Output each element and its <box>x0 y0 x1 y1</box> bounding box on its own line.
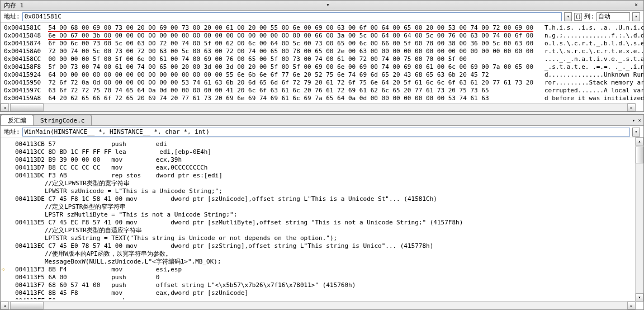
disasm-line: 004113FC 8B 45 F8 mov eax,dword ptr [szU… <box>5 289 639 297</box>
tab-disassembly[interactable]: 反汇编 <box>1 115 34 125</box>
col-dropdown-icon[interactable]: ▾ <box>632 12 640 21</box>
memory-title: 内存 1 <box>4 1 23 10</box>
col-label: 列: <box>584 12 594 21</box>
hex-row: 0x00415848 6e 00 67 00 3b 00 00 00 00 00… <box>4 32 640 40</box>
disasm-line: ➪004113F3 8B F4 mov esi,esp <box>5 266 639 274</box>
h-scroll-thumb[interactable] <box>10 104 44 111</box>
hex-row: 0x00415950 72 6f 72 0a 0d 00 00 00 00 00… <box>4 79 640 87</box>
hex-row: 0x004158F8 5f 00 73 00 74 00 61 00 74 00… <box>4 63 640 71</box>
disasm-addr-label: 地址: <box>4 128 20 136</box>
disasm-line: 004113E5 C7 45 EC F8 57 41 00 mov dword … <box>5 219 639 227</box>
disasm-v-scrollbar[interactable]: ▴ ▾ <box>635 137 643 302</box>
disasm-line: LPWSTR szUnicode = L"This is a Unicode S… <box>5 187 639 195</box>
disasm-line: LPTSTR szString = TEXT("This string is U… <box>5 234 639 242</box>
v-scroll-thumb[interactable] <box>636 147 643 163</box>
disasm-scroll-right-icon[interactable]: ▸ <box>627 302 636 309</box>
disasm-dropdown-icon[interactable]: ▾ <box>632 128 640 137</box>
braces-icon[interactable]: {} <box>574 13 582 21</box>
col-select[interactable] <box>596 12 630 21</box>
memory-addr-input[interactable] <box>22 12 562 21</box>
hex-row: 0x0041581C 54 00 68 00 69 00 73 00 20 00… <box>4 24 640 32</box>
disasm-line: 004113D2 B9 39 00 00 00 mov ecx,39h <box>5 156 639 164</box>
hex-row: 0x00415924 64 00 00 00 00 00 00 00 00 00… <box>4 71 640 79</box>
disasm-line: 004113F7 68 60 57 41 00 push offset stri… <box>5 281 639 289</box>
disasm-h-scroll-thumb[interactable] <box>10 302 44 309</box>
pin-icon[interactable]: ▾ <box>324 2 332 10</box>
hex-row: 0x004159A8 64 20 62 65 66 6f 72 65 20 69… <box>4 95 640 102</box>
memory-addr-label: 地址: <box>4 12 20 21</box>
hex-row: 0x0041597C 63 6f 72 72 75 70 74 65 64 0a… <box>4 87 640 95</box>
hex-row: 0x00415874 6f 00 6c 00 73 00 5c 00 63 00… <box>4 40 640 48</box>
disassembly-pane: 反汇编 StringCode.c ▾ × 地址: ▾ 004113CB 57 p… <box>0 114 644 310</box>
disasm-line: //定义LPSTR类型的窄字符串 <box>5 203 639 211</box>
memory-address-bar: 地址: ▾ {} 列: ▾ <box>1 11 643 23</box>
disasm-line: 004113CC 8D BD 1C FF FF FF lea edi,[ebp-… <box>5 148 639 156</box>
disasm-addr-input[interactable] <box>22 128 630 137</box>
disasm-line: 004113CB 57 push edi <box>5 140 639 148</box>
disasm-line: //使用W版本的API函数，以宽字符串为参数。 <box>5 250 639 258</box>
scroll-down-icon[interactable]: ▾ <box>636 293 643 302</box>
disasm-line: 004113EC C7 45 E0 78 57 41 00 mov dword … <box>5 242 639 250</box>
memory-title-bar: 内存 1 ▾ × <box>1 1 643 11</box>
tab-menu-icon[interactable]: ▾ × <box>632 118 641 123</box>
hex-row: 0x004158A0 72 00 74 00 5c 00 73 00 72 00… <box>4 48 640 55</box>
disassembly-listing[interactable]: 004113CB 57 push edi004113CC 8D BD 1C FF… <box>1 138 643 299</box>
scroll-left-icon[interactable]: ◂ <box>1 104 9 111</box>
scroll-up-icon[interactable]: ▴ <box>636 137 643 145</box>
disasm-h-scrollbar[interactable]: ◂ ▸ <box>1 301 636 309</box>
disasm-address-bar: 地址: ▾ <box>1 126 643 138</box>
disasm-line: 004113FF 50 push eax <box>5 297 639 299</box>
hex-row: 0x004158CC 00 00 00 00 5f 00 5f 00 6e 00… <box>4 55 640 63</box>
close-icon[interactable]: × <box>632 2 640 10</box>
disasm-line: MessageBoxW(NULL,szUnicode,L"<字符编码1>",MB… <box>5 258 639 266</box>
disasm-scroll-left-icon[interactable]: ◂ <box>1 302 9 309</box>
tab-source[interactable]: StringCode.c <box>33 115 92 125</box>
disasm-line: LPSTR szMutliByte = "This is not a Unico… <box>5 211 639 219</box>
current-line-arrow-icon: ➪ <box>2 266 6 274</box>
memory-h-scrollbar[interactable]: ◂ ▸ <box>1 103 636 111</box>
hex-dump[interactable]: 0x0041581C 54 00 68 00 69 00 73 00 20 00… <box>1 23 643 104</box>
dropdown-icon[interactable]: ▾ <box>564 12 572 21</box>
disasm-line: 004113D7 B8 CC CC CC CC mov eax,0CCCCCCC… <box>5 164 639 172</box>
disasm-line: //定义LPWSTR类型的宽字符串 <box>5 180 639 187</box>
disasm-line: 004113DE C7 45 F8 1C 58 41 00 mov dword … <box>5 195 639 203</box>
disasm-tabs: 反汇编 StringCode.c ▾ × <box>1 115 643 126</box>
disasm-line: 004113DC F3 AB rep stos dword ptr es:[ed… <box>5 172 639 180</box>
disasm-line: 004113F5 6A 00 push 0 <box>5 274 639 281</box>
scroll-right-icon[interactable]: ▸ <box>627 104 636 111</box>
disasm-line: //定义LPTSTR类型的自适应字符串 <box>5 227 639 234</box>
memory-pane: 内存 1 ▾ × 地址: ▾ {} 列: ▾ 0x0041581C 54 00 … <box>0 0 644 112</box>
